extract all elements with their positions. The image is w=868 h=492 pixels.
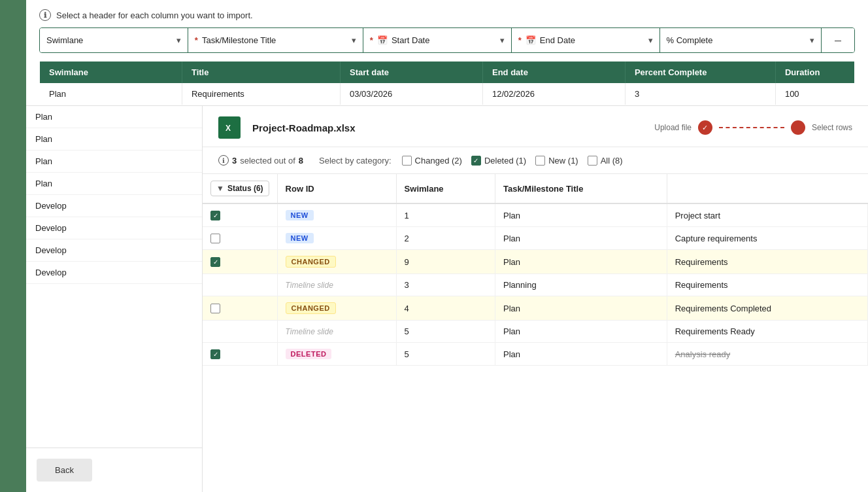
table-row: Plan Requirements 03/03/2026 12/02/2026 … — [40, 83, 855, 105]
step-active-dot — [791, 120, 805, 135]
start-date-dropdown[interactable]: * 📅 Start Date ▾ — [363, 28, 512, 52]
table-row: CHANGED4PlanRequirements Completed — [203, 296, 868, 321]
chevron-icon: ▾ — [352, 35, 356, 45]
table-row: ✓NEW1PlanProject start — [203, 203, 868, 227]
all-checkbox[interactable] — [588, 156, 597, 166]
status-filter-button[interactable]: ▼ Status (6) — [210, 181, 269, 196]
col-header-startdate: Start date — [341, 62, 483, 84]
all-label: All (8) — [601, 156, 623, 166]
row-id-cell: 4 — [396, 296, 495, 321]
table-row: ✓DELETED5PlanAnalysis ready — [203, 343, 868, 366]
filter-icon: ▼ — [216, 184, 224, 193]
row-id-cell: 5 — [396, 343, 495, 366]
row-title-cell: Requirements Ready — [667, 321, 867, 343]
swimlane-dropdown[interactable]: Swimlane ▾ — [40, 28, 188, 52]
col-header-title: Title — [182, 62, 340, 84]
file-name: Project-Roadmap.xlsx — [252, 122, 356, 133]
badge-cell: CHANGED — [277, 296, 396, 321]
deleted-checkbox[interactable]: ✓ — [471, 156, 481, 166]
upload-step-label: Upload file — [654, 123, 692, 132]
swimlane-list: PlanPlanPlanPlanDevelopDevelopDevelopDev… — [26, 106, 202, 284]
row-title-cell: Requirements — [667, 274, 867, 296]
row-title-cell: Requirements Completed — [667, 296, 867, 321]
row-swimlane-cell: Plan — [495, 343, 667, 366]
filter-all[interactable]: All (8) — [588, 156, 623, 166]
badge-cell: Timeline slide — [277, 321, 396, 343]
badge-cell: NEW — [277, 203, 396, 227]
sel-count: 3 — [232, 156, 237, 166]
list-item: Plan — [26, 173, 202, 195]
row-id-cell: 3 — [396, 274, 495, 296]
cell-enddate: 12/02/2026 — [482, 83, 625, 105]
filter-changed[interactable]: Changed (2) — [402, 156, 462, 166]
row-checkbox-cell — [203, 321, 277, 343]
status-filter-label: Status (6) — [227, 184, 263, 193]
row-checkbox-cell[interactable]: ✓ — [203, 343, 277, 366]
row-swimlane-cell: Plan — [495, 203, 667, 227]
col-header-percent: Percent Complete — [625, 62, 775, 84]
step-done-dot: ✓ — [698, 120, 712, 135]
table-row: NEW2PlanCapture requirements — [203, 227, 868, 250]
chevron-icon: ▾ — [648, 35, 653, 45]
row-title-cell: Project start — [667, 203, 867, 227]
import-table: ▼ Status (6) Row ID Swimlane Task/Milest… — [203, 174, 868, 366]
sel-info-icon: ℹ — [218, 155, 229, 166]
end-date-dropdown[interactable]: * 📅 End Date ▾ — [512, 28, 660, 52]
cell-startdate: 03/03/2026 — [341, 83, 483, 105]
list-item: Develop — [26, 262, 202, 284]
row-checkbox-cell — [203, 274, 277, 296]
row-checkbox-cell[interactable] — [203, 296, 277, 321]
list-item: Develop — [26, 217, 202, 239]
list-item: Plan — [26, 150, 202, 173]
badge-cell: NEW — [277, 227, 396, 250]
row-swimlane-cell: Plan — [495, 321, 667, 343]
instruction-text: Select a header for each column you want… — [56, 10, 253, 20]
col-header-enddate: End date — [482, 62, 625, 84]
dash-label: – — [835, 33, 841, 47]
sel-total: 8 — [299, 156, 303, 166]
filter-new[interactable]: New (1) — [535, 156, 578, 166]
sel-count-text: selected out of — [240, 156, 295, 166]
list-item: Develop — [26, 195, 202, 217]
select-rows-step-label: Select rows — [812, 123, 852, 132]
calendar-icon: 📅 — [377, 35, 388, 45]
col-swimlane-header: Swimlane — [396, 174, 495, 203]
row-swimlane-cell: Planning — [495, 274, 667, 296]
new-checkbox[interactable] — [535, 156, 545, 166]
changed-label: Changed (2) — [415, 156, 462, 166]
row-title-cell: Requirements — [667, 250, 867, 274]
row-swimlane-cell: Plan — [495, 250, 667, 274]
cell-duration: 100 — [775, 83, 854, 105]
list-item: Plan — [26, 106, 202, 128]
row-id-cell: 2 — [396, 227, 495, 250]
list-item: Develop — [26, 239, 202, 262]
chevron-icon: ▾ — [500, 35, 505, 45]
percent-complete-label: % Complete — [667, 35, 713, 45]
cell-swimlane: Plan — [40, 83, 182, 105]
preview-table: Swimlane Title Start date End date Perce… — [39, 61, 855, 105]
row-title-cell: Analysis ready — [667, 343, 867, 366]
badge-cell: CHANGED — [277, 250, 396, 274]
cell-title: Requirements — [182, 83, 340, 105]
filter-deleted[interactable]: ✓ Deleted (1) — [471, 156, 526, 166]
percent-complete-dropdown[interactable]: % Complete ▾ — [660, 28, 822, 52]
row-checkbox-cell[interactable] — [203, 227, 277, 250]
deleted-label: Deleted (1) — [484, 156, 526, 166]
new-label: New (1) — [548, 156, 578, 166]
table-row: Timeline slide5PlanRequirements Ready — [203, 321, 868, 343]
row-title-cell: Capture requirements — [667, 227, 867, 250]
col-checkbox-header: ▼ Status (6) — [203, 174, 277, 203]
row-swimlane-cell: Plan — [495, 296, 667, 321]
end-date-label: End Date — [540, 35, 575, 45]
extra-dropdown[interactable]: – — [822, 28, 854, 52]
row-id-cell: 1 — [396, 203, 495, 227]
col-title-header: Task/Milestone Title — [495, 174, 667, 203]
chevron-icon: ▾ — [810, 35, 814, 45]
row-checkbox-cell[interactable]: ✓ — [203, 203, 277, 227]
back-button[interactable]: Back — [37, 459, 92, 482]
row-checkbox-cell[interactable]: ✓ — [203, 250, 277, 274]
changed-checkbox[interactable] — [402, 156, 412, 166]
title-dropdown[interactable]: * Task/Milestone Title ▾ — [188, 28, 363, 52]
badge-cell: Timeline slide — [277, 274, 396, 296]
title-label: Task/Milestone Title — [202, 35, 276, 45]
